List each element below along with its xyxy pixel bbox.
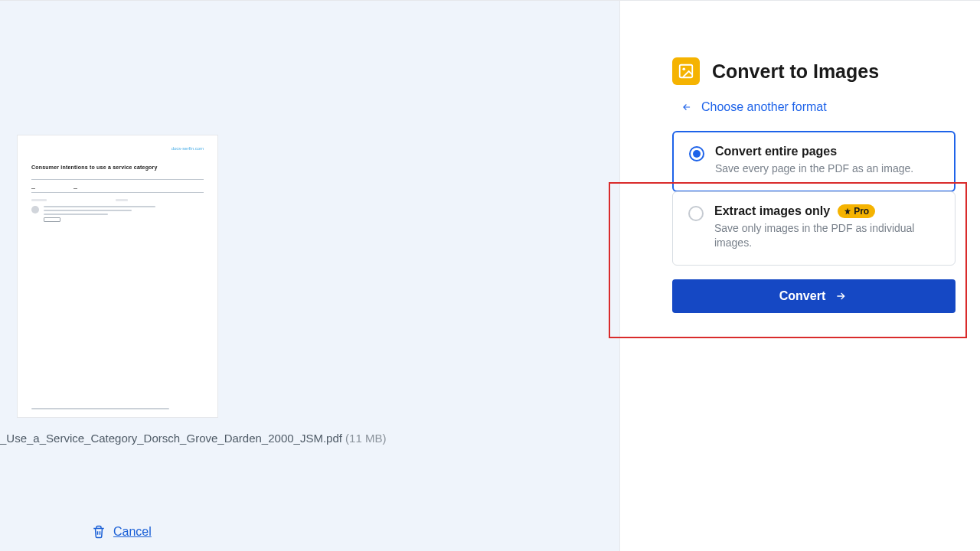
choose-another-format-link[interactable]: Choose another format bbox=[680, 100, 827, 114]
option-extract-images-only[interactable]: Extract images only Pro Save only images… bbox=[672, 191, 956, 266]
arrow-left-icon bbox=[680, 102, 694, 112]
options-panel: Convert to Images Choose another format … bbox=[620, 1, 980, 551]
image-icon bbox=[672, 57, 700, 85]
back-link-label: Choose another format bbox=[701, 100, 827, 114]
radio-entire-pages[interactable] bbox=[689, 146, 704, 161]
radio-extract-images[interactable] bbox=[688, 206, 704, 221]
pdf-preview-link: docs-serfin.com bbox=[31, 146, 204, 151]
svg-rect-0 bbox=[680, 65, 693, 78]
option-desc: Save every page in the PDF as an image. bbox=[715, 161, 913, 177]
cancel-label: Cancel bbox=[113, 525, 152, 539]
convert-label: Convert bbox=[779, 289, 825, 303]
arrow-right-icon bbox=[833, 290, 848, 302]
preview-pane: docs-serfin.com Consumer intentions to u… bbox=[0, 1, 620, 551]
file-name: _Use_a_Service_Category_Dorsch_Grove_Dar… bbox=[0, 432, 342, 445]
pro-badge: Pro bbox=[838, 204, 875, 218]
option-convert-entire-pages[interactable]: Convert entire pages Save every page in … bbox=[672, 131, 956, 192]
option-desc: Save only images in the PDF as individua… bbox=[714, 221, 939, 251]
cancel-button[interactable]: Cancel bbox=[92, 525, 152, 539]
file-size: (11 MB) bbox=[345, 432, 386, 445]
pdf-thumbnail[interactable]: docs-serfin.com Consumer intentions to u… bbox=[17, 135, 218, 418]
star-icon bbox=[844, 207, 851, 215]
pdf-preview-title: Consumer intentions to use a service cat… bbox=[31, 165, 204, 170]
svg-point-1 bbox=[682, 67, 685, 70]
convert-button[interactable]: Convert bbox=[672, 279, 956, 313]
option-title: Extract images only bbox=[714, 204, 830, 218]
option-title: Convert entire pages bbox=[715, 145, 837, 158]
trash-icon bbox=[92, 525, 106, 539]
file-meta: _Use_a_Service_Category_Dorsch_Grove_Dar… bbox=[0, 432, 386, 445]
panel-title: Convert to Images bbox=[712, 60, 879, 83]
